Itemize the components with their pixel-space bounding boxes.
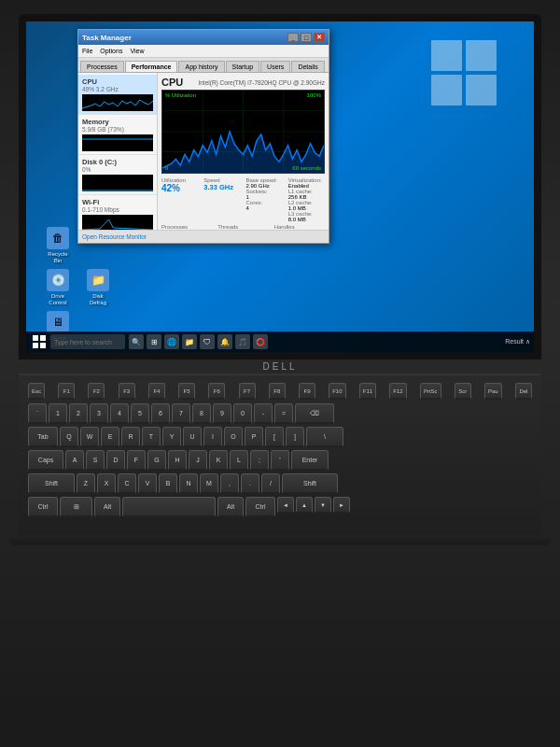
key-v[interactable]: V: [138, 473, 157, 494]
key-k[interactable]: K: [209, 450, 228, 471]
key-scroll[interactable]: Scr: [455, 383, 471, 400]
desktop-icon-drive[interactable]: 💿 DriveControl: [39, 269, 77, 306]
key-5[interactable]: 5: [131, 403, 149, 424]
key-1[interactable]: 1: [49, 403, 67, 424]
key-d[interactable]: D: [106, 450, 125, 471]
key-f4[interactable]: F4: [148, 383, 165, 400]
key-enter[interactable]: Enter: [291, 450, 329, 471]
key-q[interactable]: Q: [60, 427, 78, 447]
taskbar-icon-3[interactable]: 🌐: [164, 334, 179, 349]
key-t[interactable]: T: [142, 427, 161, 447]
key-quote[interactable]: ': [271, 450, 289, 471]
key-c[interactable]: C: [118, 473, 136, 494]
sidebar-wifi[interactable]: Wi-Fi 0.1-710 Mbps: [78, 195, 157, 230]
key-9[interactable]: 9: [213, 403, 231, 424]
key-6[interactable]: 6: [151, 403, 170, 424]
key-rbracket[interactable]: ]: [286, 427, 304, 447]
key-f8[interactable]: F8: [269, 383, 286, 400]
key-arrow-up[interactable]: ▲: [296, 497, 313, 514]
key-f1[interactable]: F1: [58, 383, 75, 400]
sidebar-memory[interactable]: Memory 5.9/8 GB (73%): [78, 115, 157, 155]
key-slash[interactable]: /: [261, 473, 280, 494]
tab-startup[interactable]: Startup: [226, 61, 260, 72]
key-win[interactable]: ⊞: [60, 497, 92, 517]
taskbar-notification[interactable]: Result ∧: [505, 338, 530, 345]
menu-view[interactable]: View: [130, 48, 144, 54]
key-x[interactable]: X: [97, 473, 116, 494]
key-p[interactable]: P: [245, 427, 263, 447]
tab-users[interactable]: Users: [260, 61, 290, 72]
sidebar-disk[interactable]: Disk 0 (C:) 0%: [78, 155, 157, 195]
key-ctrl-right[interactable]: Ctrl: [245, 497, 275, 517]
key-f5[interactable]: F5: [178, 383, 195, 400]
key-f6[interactable]: F6: [208, 383, 225, 400]
key-del[interactable]: Del: [515, 383, 532, 400]
key-e[interactable]: E: [101, 427, 119, 447]
key-w[interactable]: W: [80, 427, 99, 447]
key-arrow-right[interactable]: ►: [333, 497, 350, 514]
key-f2[interactable]: F2: [88, 383, 105, 400]
minimize-button[interactable]: _: [287, 33, 299, 42]
search-input[interactable]: [50, 334, 125, 349]
key-f[interactable]: F: [127, 450, 146, 471]
menu-options[interactable]: Options: [100, 48, 122, 54]
key-esc[interactable]: Esc: [28, 383, 45, 400]
desktop-icon-recycle[interactable]: 🗑 RecycleBin: [39, 227, 77, 264]
key-7[interactable]: 7: [172, 403, 190, 424]
key-s[interactable]: S: [86, 450, 105, 471]
key-y[interactable]: Y: [162, 427, 181, 447]
key-tab[interactable]: Tab: [28, 427, 58, 447]
key-semicolon[interactable]: ;: [250, 450, 269, 471]
start-button[interactable]: [30, 333, 49, 350]
key-f3[interactable]: F3: [119, 383, 135, 400]
tab-processes[interactable]: Processes: [80, 61, 124, 72]
key-u[interactable]: U: [183, 427, 202, 447]
taskbar-icon-2[interactable]: ⊞: [147, 334, 161, 349]
key-pause[interactable]: Pau: [484, 383, 502, 400]
key-shift-left[interactable]: Shift: [28, 473, 75, 494]
taskbar-icon-6[interactable]: 🔔: [217, 334, 232, 349]
tab-apphistory[interactable]: App history: [178, 61, 224, 72]
key-z[interactable]: Z: [77, 473, 95, 494]
key-period[interactable]: .: [241, 473, 259, 494]
key-arrow-left[interactable]: ◄: [277, 497, 294, 514]
key-arrow-down[interactable]: ▼: [315, 497, 331, 514]
key-0[interactable]: 0: [233, 403, 252, 424]
key-lbracket[interactable]: [: [265, 427, 284, 447]
key-r[interactable]: R: [121, 427, 140, 447]
maximize-button[interactable]: □: [301, 33, 312, 42]
key-2[interactable]: 2: [69, 403, 88, 424]
key-f9[interactable]: F9: [299, 383, 315, 400]
sidebar-cpu[interactable]: CPU 49% 3.2 GHz: [78, 75, 157, 115]
key-8[interactable]: 8: [192, 403, 211, 424]
taskbar-icon-7[interactable]: 🎵: [235, 334, 250, 349]
key-alt-left[interactable]: Alt: [94, 497, 120, 517]
key-backtick[interactable]: `: [28, 403, 47, 424]
key-a[interactable]: A: [65, 450, 84, 471]
key-b[interactable]: B: [159, 473, 177, 494]
close-button[interactable]: ✕: [314, 33, 325, 42]
key-f7[interactable]: F7: [239, 383, 256, 400]
taskbar-icon-8[interactable]: ⭕: [253, 334, 268, 349]
open-resource-monitor-link[interactable]: Open Resource Monitor: [82, 233, 147, 240]
key-l[interactable]: L: [230, 450, 248, 471]
key-g[interactable]: G: [147, 450, 166, 471]
key-caps[interactable]: Caps: [28, 450, 63, 471]
key-4[interactable]: 4: [110, 403, 129, 424]
taskbar-icon-1[interactable]: 🔍: [129, 334, 144, 349]
key-o[interactable]: O: [224, 427, 243, 447]
key-n[interactable]: N: [179, 473, 198, 494]
key-backslash[interactable]: \: [306, 427, 343, 447]
key-shift-right[interactable]: Shift: [282, 473, 338, 494]
key-f10[interactable]: F10: [329, 383, 345, 400]
key-alt-right[interactable]: Alt: [217, 497, 244, 517]
key-h[interactable]: H: [168, 450, 187, 471]
key-3[interactable]: 3: [90, 403, 108, 424]
key-equals[interactable]: =: [274, 403, 293, 424]
desktop-icon-disk[interactable]: 📁 DiskDefrag: [79, 269, 117, 306]
key-comma[interactable]: ,: [220, 473, 239, 494]
menu-file[interactable]: File: [82, 48, 92, 54]
key-minus[interactable]: -: [254, 403, 273, 424]
tab-details[interactable]: Details: [291, 61, 324, 72]
key-ctrl-left[interactable]: Ctrl: [28, 497, 58, 517]
